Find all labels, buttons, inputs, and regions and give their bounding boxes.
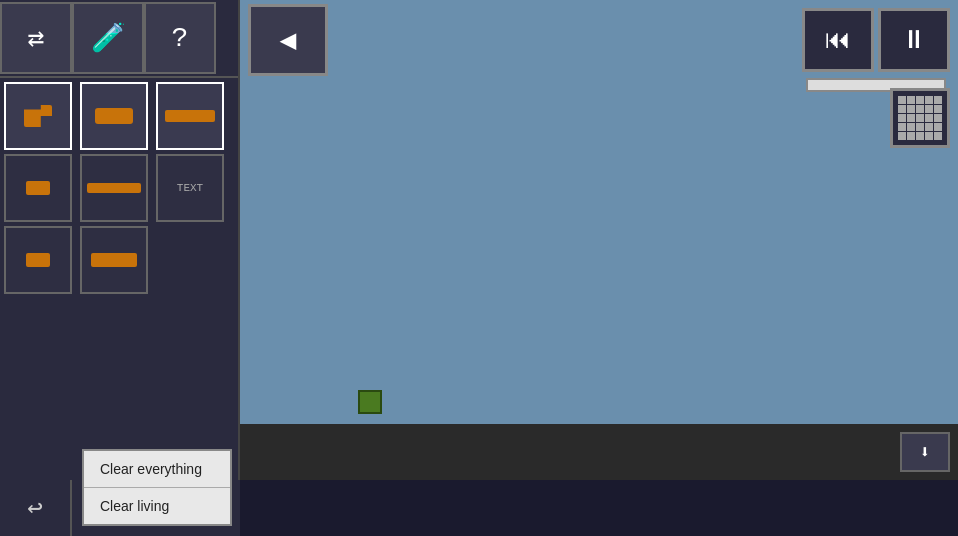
sidebar: ⇄ 🧪 ? xyxy=(0,0,240,480)
item-rifle[interactable] xyxy=(156,82,224,150)
item7-icon xyxy=(26,253,50,267)
clear-everything-button[interactable]: Clear everything xyxy=(84,451,230,488)
screen: ⇄ 🧪 ? xyxy=(0,0,958,536)
rewind-button[interactable]: ⏮ xyxy=(802,8,874,72)
pause-icon: ⏸ xyxy=(901,24,927,56)
grid-toggle-button[interactable] xyxy=(890,88,950,148)
help-button[interactable]: ? xyxy=(144,2,216,74)
text-icon: TEXT xyxy=(177,182,203,194)
swap-icon: ⇄ xyxy=(28,21,45,55)
progress-container: ⏮ ⏸ xyxy=(802,8,950,92)
ground xyxy=(240,424,958,480)
main-canvas[interactable]: ⏮ ⏸ ⬇ xyxy=(240,0,958,480)
download-icon: ⬇ xyxy=(920,441,931,463)
potion-icon: 🧪 xyxy=(91,21,126,55)
download-button[interactable]: ⬇ xyxy=(900,432,950,472)
exit-icon: ↩ xyxy=(27,492,43,524)
pause-button[interactable]: ⏸ xyxy=(878,8,950,72)
context-menu: Clear everything Clear living xyxy=(82,449,232,526)
item-smg[interactable] xyxy=(80,82,148,150)
help-icon: ? xyxy=(172,23,189,54)
toolbar: ⇄ 🧪 ? xyxy=(0,0,238,78)
item-text[interactable]: TEXT xyxy=(156,154,224,222)
item-pistol[interactable] xyxy=(4,82,72,150)
item8-icon xyxy=(91,253,137,267)
exit-button[interactable]: ↩ xyxy=(0,480,72,536)
play-button[interactable]: ◀ xyxy=(248,4,328,76)
item-sniper[interactable] xyxy=(80,154,148,222)
bottom-bar: ↩ Clear everything Clear living xyxy=(0,480,240,536)
smg-icon xyxy=(95,108,133,124)
clear-living-button[interactable]: Clear living xyxy=(84,488,230,524)
play-icon: ◀ xyxy=(280,23,297,57)
rifle-icon xyxy=(165,110,215,122)
items-grid: TEXT xyxy=(0,78,238,298)
swap-button[interactable]: ⇄ xyxy=(0,2,72,74)
rewind-icon: ⏮ xyxy=(825,24,851,56)
minigun-icon xyxy=(26,181,50,195)
pistol-icon xyxy=(24,105,52,127)
item-8[interactable] xyxy=(80,226,148,294)
item-7[interactable] xyxy=(4,226,72,294)
sniper-icon xyxy=(87,183,141,193)
potion-button[interactable]: 🧪 xyxy=(72,2,144,74)
item-minigun[interactable] xyxy=(4,154,72,222)
green-block xyxy=(358,390,382,414)
grid-icon xyxy=(898,96,942,140)
top-right-controls: ⏮ ⏸ xyxy=(802,8,950,92)
